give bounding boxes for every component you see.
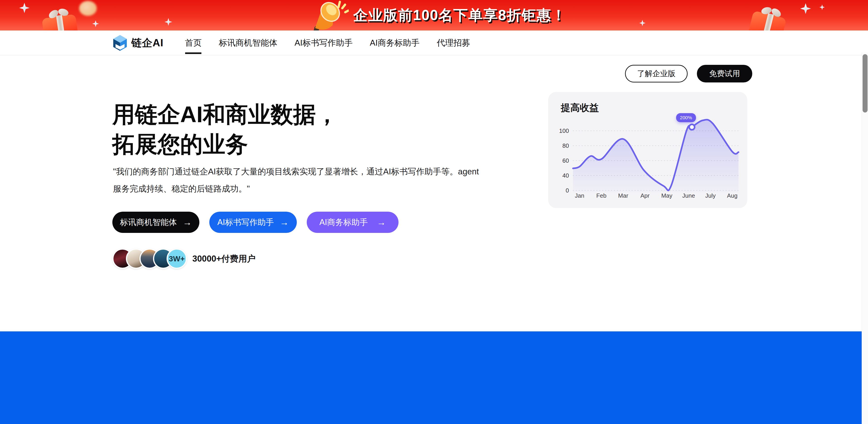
megaphone-icon <box>300 0 352 31</box>
logo-text: 链企AI <box>131 36 163 50</box>
svg-text:May: May <box>661 192 672 199</box>
svg-text:80: 80 <box>562 142 569 149</box>
scrollbar-track[interactable] <box>862 53 868 424</box>
top-navigation: 链企AI 首页 标讯商机智能体 AI标书写作助手 AI商务标助手 代理招募 了解… <box>0 31 868 55</box>
svg-text:Mar: Mar <box>618 192 628 199</box>
cta-row: 标讯商机智能体 → AI标书写作助手 → AI商务标助手 → <box>112 211 399 233</box>
logo[interactable]: 链企AI <box>112 31 163 55</box>
arrow-right-icon: → <box>377 217 386 227</box>
hero-title: 用链企AI和商业数据， 拓展您的业务 <box>112 99 338 159</box>
svg-text:100: 100 <box>559 127 569 134</box>
user-avatars: 3W+ 30000+付费用户 <box>112 249 256 269</box>
hero-title-line1: 用链企AI和商业数据， <box>112 102 338 127</box>
cta-biz-agent-button[interactable]: 标讯商机智能体 → <box>112 211 199 233</box>
svg-text:40: 40 <box>562 172 569 179</box>
svg-text:0: 0 <box>566 187 569 194</box>
paid-users-text: 30000+付费用户 <box>192 253 256 264</box>
enterprise-button[interactable]: 了解企业版 <box>625 65 688 83</box>
nav-item-biz-agent[interactable]: 标讯商机智能体 <box>219 31 277 55</box>
scrollbar-thumb[interactable] <box>863 54 868 112</box>
hero-title-line2: 拓展您的业务 <box>112 131 248 157</box>
promo-banner[interactable]: 企业版前100名下单享8折钜惠！ <box>0 0 868 31</box>
main-menu: 首页 标讯商机智能体 AI标书写作助手 AI商务标助手 代理招募 <box>185 31 470 55</box>
svg-text:Feb: Feb <box>596 192 607 199</box>
nav-item-agency[interactable]: 代理招募 <box>437 31 470 55</box>
promo-text: 企业版前100名下单享8折钜惠！ <box>353 5 566 25</box>
free-trial-button[interactable]: 免费试用 <box>697 65 752 83</box>
chart-title: 提高收益 <box>561 101 599 114</box>
leads-section: 联系客服 ✓ 任务导出 你好 <box>0 331 868 424</box>
cta-commerce-bid-button[interactable]: AI商务标助手 → <box>307 211 399 233</box>
svg-text:Jan: Jan <box>575 192 584 199</box>
svg-text:July: July <box>705 192 716 199</box>
svg-text:June: June <box>682 192 695 199</box>
svg-text:60: 60 <box>562 157 569 164</box>
landing-page: 企业版前100名下单享8折钜惠！ 链企AI 首页 标讯商机智能体 AI标书写作助… <box>0 0 868 424</box>
svg-text:Aug: Aug <box>727 192 737 199</box>
nav-item-bid-writer[interactable]: AI标书写作助手 <box>294 31 352 55</box>
hero-quote: "我们的商务部门通过链企AI获取了大量的项目线索实现了显著增长，通过AI标书写作… <box>113 163 484 197</box>
arrow-right-icon: → <box>280 217 289 227</box>
avatar-count-badge: 3W+ <box>166 249 187 269</box>
logo-cube-icon <box>112 35 128 51</box>
chart-annotation-badge: 200% <box>676 113 696 122</box>
nav-item-home[interactable]: 首页 <box>185 31 202 55</box>
revenue-chart-card: 0406080100JanFebMarAprMayJuneJulyAug 提高收… <box>548 92 747 208</box>
cta-bid-writer-button[interactable]: AI标书写作助手 → <box>209 211 297 233</box>
svg-text:Apr: Apr <box>640 192 650 199</box>
nav-item-commerce-bid[interactable]: AI商务标助手 <box>370 31 420 55</box>
arrow-right-icon: → <box>183 217 192 227</box>
